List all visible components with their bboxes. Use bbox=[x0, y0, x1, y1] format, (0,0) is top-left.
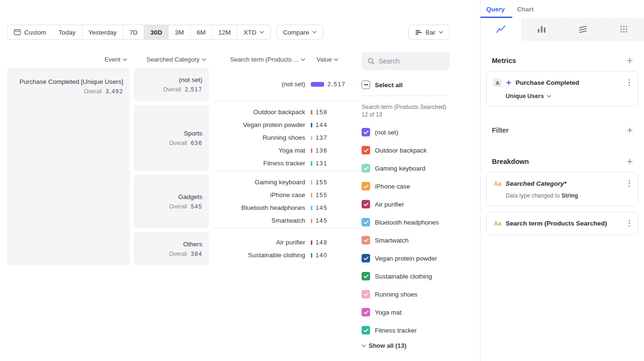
term-rows: Outdoor backpack 158 Vegan protein powde… bbox=[213, 105, 362, 171]
xtd-button[interactable]: XTD bbox=[237, 25, 270, 39]
category-cell[interactable]: Sports Overall636 bbox=[134, 105, 209, 171]
column-header-label: Search term (Products ... bbox=[230, 56, 299, 63]
term-row[interactable]: Gaming keyboard 155 bbox=[213, 176, 362, 189]
filter-list-item[interactable]: (not set) bbox=[362, 123, 450, 141]
category-cell[interactable]: Gadgets Overall545 bbox=[134, 175, 209, 228]
checkbox-checked-icon[interactable] bbox=[362, 146, 370, 154]
metric-card[interactable]: A Purchase Completed Unique Users bbox=[486, 71, 638, 107]
add-breakdown-button[interactable] bbox=[625, 157, 635, 166]
term-label: Outdoor backpack bbox=[213, 108, 305, 116]
term-row[interactable]: Sustainable clothing 140 bbox=[213, 249, 362, 262]
date-range-button[interactable]: 3M bbox=[168, 25, 190, 39]
filter-list-item[interactable]: iPhone case bbox=[362, 177, 450, 195]
breakdown-card-search-term[interactable]: Aa Search term (Products Searched) bbox=[486, 212, 638, 235]
column-header-search-term[interactable]: Search term (Products ... bbox=[213, 56, 305, 63]
filter-list-item[interactable]: Outdoor backpack bbox=[362, 141, 450, 159]
checkbox-checked-icon[interactable] bbox=[362, 164, 370, 172]
filter-item-label: Gaming keyboard bbox=[375, 165, 426, 172]
date-range-button[interactable]: Today bbox=[53, 25, 82, 39]
chart-type-line-tab[interactable] bbox=[481, 18, 521, 40]
breakdown-kebab-menu[interactable] bbox=[627, 179, 631, 188]
term-row[interactable]: (not set) 2,517 bbox=[213, 78, 362, 90]
term-row[interactable]: Smartwatch 145 bbox=[213, 214, 362, 227]
checkbox-indeterminate-icon[interactable] bbox=[362, 81, 370, 89]
checkbox-checked-icon[interactable] bbox=[362, 236, 370, 244]
filter-list-item[interactable]: Fitness tracker bbox=[362, 321, 450, 339]
overall-label: Overall bbox=[169, 251, 187, 257]
term-row[interactable]: Yoga mat 136 bbox=[213, 144, 362, 157]
filter-list-item[interactable]: Yoga mat bbox=[362, 303, 450, 321]
chart-type-bar-tab[interactable] bbox=[521, 18, 562, 40]
metrics-header-row: Metrics bbox=[481, 56, 644, 65]
category-cell[interactable]: (not set) Overall2,517 bbox=[134, 68, 209, 101]
plus-icon bbox=[627, 159, 633, 164]
term-row[interactable]: Outdoor backpack 158 bbox=[213, 106, 362, 118]
term-row[interactable]: Vegan protein powder 144 bbox=[213, 118, 362, 131]
divider bbox=[362, 96, 450, 96]
chevron-down-icon bbox=[202, 58, 206, 61]
column-header-label: Searched Category bbox=[146, 56, 200, 63]
checkbox-checked-icon[interactable] bbox=[362, 272, 370, 280]
add-filter-button[interactable] bbox=[625, 126, 635, 135]
chart-type-dropdown[interactable]: Bar bbox=[408, 25, 450, 40]
dots-grid-icon bbox=[620, 25, 628, 33]
chevron-down-icon bbox=[334, 58, 338, 61]
column-header-value[interactable]: Value bbox=[317, 56, 338, 63]
filter-list-item[interactable]: Air purifier bbox=[362, 195, 450, 213]
measure-dropdown[interactable]: Unique Users bbox=[506, 93, 631, 99]
tab-query[interactable]: Query bbox=[486, 0, 505, 18]
filter-item-label: Sustainable clothing bbox=[375, 273, 432, 280]
breakdown-kebab-menu[interactable] bbox=[627, 219, 631, 228]
chevron-down-icon bbox=[301, 58, 305, 61]
breakdown-card-searched-category[interactable]: Aa Searched Category* Data type changed … bbox=[486, 172, 638, 206]
date-range-button[interactable]: 7D bbox=[123, 25, 144, 39]
metric-kebab-menu[interactable] bbox=[627, 78, 631, 87]
filter-list-item[interactable]: Vegan protein powder bbox=[362, 249, 450, 267]
checkbox-checked-icon[interactable] bbox=[362, 308, 370, 316]
chevron-down-icon bbox=[547, 95, 551, 98]
term-row[interactable]: Fitness tracker 131 bbox=[213, 157, 362, 170]
chart-type-metric-tab[interactable] bbox=[603, 18, 644, 40]
date-range-button[interactable]: 6M bbox=[190, 25, 212, 39]
filter-item-label: Air purifier bbox=[375, 201, 404, 208]
checkbox-checked-icon[interactable] bbox=[362, 182, 370, 190]
checkbox-checked-icon[interactable] bbox=[362, 218, 370, 226]
category-cell[interactable]: Others Overall384 bbox=[134, 232, 209, 265]
column-header-category[interactable]: Searched Category bbox=[134, 56, 209, 63]
checkbox-checked-icon[interactable] bbox=[362, 254, 370, 262]
category-overall-value: 545 bbox=[191, 203, 202, 210]
date-range-button[interactable]: 12M bbox=[212, 25, 237, 39]
search-box[interactable] bbox=[362, 52, 450, 70]
date-range-button[interactable]: Yesterday bbox=[82, 25, 123, 39]
chart-type-stacked-tab[interactable] bbox=[562, 18, 603, 40]
checkbox-checked-icon[interactable] bbox=[362, 290, 370, 298]
term-row[interactable]: Bluetooth headphones 145 bbox=[213, 201, 362, 214]
column-header-event[interactable]: Event bbox=[7, 56, 130, 63]
custom-date-button[interactable]: Custom bbox=[8, 25, 53, 39]
filter-list-item[interactable]: Gaming keyboard bbox=[362, 159, 450, 177]
event-cell[interactable]: Purchase Completed [Unique Users] Overal… bbox=[7, 68, 130, 265]
term-row[interactable]: iPhone case 155 bbox=[213, 189, 362, 201]
filter-list-item[interactable]: Bluetooth headphones bbox=[362, 213, 450, 231]
checkbox-checked-icon[interactable] bbox=[362, 200, 370, 208]
term-row[interactable]: Running shoes 137 bbox=[213, 131, 362, 144]
search-input[interactable] bbox=[379, 57, 444, 65]
filter-list-item[interactable]: Sustainable clothing bbox=[362, 267, 450, 285]
term-row[interactable]: Air purifier 148 bbox=[213, 236, 362, 249]
show-all-link[interactable]: Show all (13) bbox=[362, 342, 450, 349]
event-overall-value: 3,492 bbox=[106, 88, 123, 95]
compare-button[interactable]: Compare bbox=[276, 25, 324, 40]
select-all-row[interactable]: Select all bbox=[362, 81, 450, 89]
checkbox-checked-icon[interactable] bbox=[362, 326, 370, 334]
bar-chart-icon bbox=[537, 25, 546, 33]
chart-type-label: Bar bbox=[426, 29, 435, 36]
date-range-button[interactable]: 30D bbox=[144, 25, 168, 39]
add-metric-button[interactable] bbox=[625, 56, 635, 65]
filter-list-item[interactable]: Running shoes bbox=[362, 285, 450, 303]
filter-list-item[interactable]: Smartwatch bbox=[362, 231, 450, 249]
chevron-down-icon bbox=[362, 344, 366, 347]
main-report-area: Custom TodayYesterday7D30D3M6M12M XTD Co… bbox=[0, 0, 480, 361]
value-label: 158 bbox=[316, 109, 327, 116]
checkbox-checked-icon[interactable] bbox=[362, 128, 370, 136]
tab-chart[interactable]: Chart bbox=[517, 0, 534, 18]
